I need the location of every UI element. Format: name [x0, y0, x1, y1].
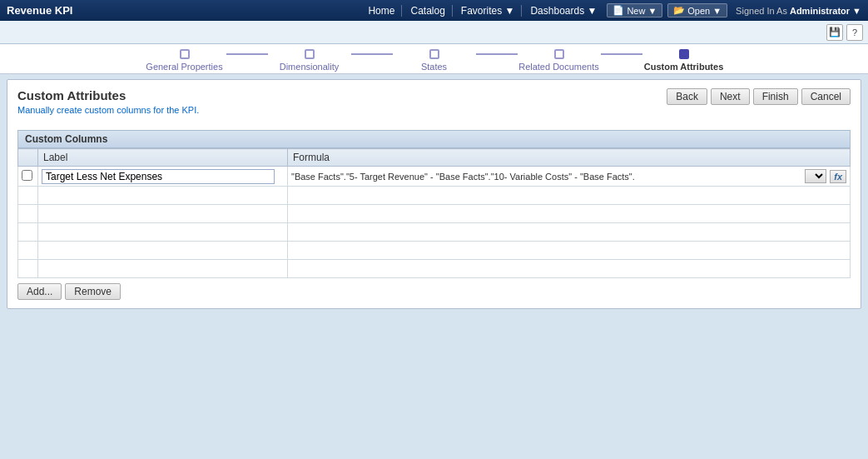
new-icon: 📄 [613, 5, 624, 16]
empty-row-5 [18, 260, 851, 278]
step-line-4 [601, 53, 642, 55]
step-dot-custom [679, 49, 689, 59]
new-dropdown-icon: ▼ [647, 6, 657, 16]
cancel-button[interactable]: Cancel [801, 88, 851, 105]
step-label-states: States [421, 62, 447, 72]
empty-row-4 [18, 242, 851, 260]
nav-dashboards[interactable]: Dashboards ▼ [523, 5, 603, 17]
formula-cell-container: "Base Facts"."5- Target Revenue" - "Base… [291, 169, 846, 183]
dashboards-dropdown-icon: ▼ [588, 5, 598, 17]
empty-row-2 [18, 205, 851, 223]
action-buttons: Back Next Finish Cancel [667, 88, 851, 105]
new-button[interactable]: 📄 New ▼ [607, 3, 662, 17]
wizard-step-dimensionality[interactable]: Dimensionality [268, 49, 351, 72]
nav-links: Home Catalog Favorites ▼ Dashboards ▼ 📄 … [361, 3, 861, 17]
subtitle-suffix: create custom columns for the KPI. [57, 105, 199, 115]
add-button[interactable]: Add... [17, 283, 62, 300]
open-dropdown-icon: ▼ [712, 6, 722, 16]
step-label-custom: Custom Attributes [644, 62, 724, 72]
header-row: Custom Attributes Manually create custom… [17, 88, 851, 123]
empty-row-1 [18, 187, 851, 205]
page-title: Custom Attributes [17, 88, 199, 102]
icon-strip: 💾 ? [0, 21, 868, 44]
col-header-formula: Formula [288, 149, 851, 167]
remove-button[interactable]: Remove [65, 283, 121, 300]
step-line-1 [226, 53, 268, 55]
row-label-cell [38, 167, 288, 187]
open-icon: 📂 [673, 5, 685, 16]
row-checkbox[interactable] [22, 170, 32, 181]
username[interactable]: Administrator ▼ [790, 6, 861, 16]
col-header-label: Label [38, 149, 288, 167]
topbar: Revenue KPI Home Catalog Favorites ▼ Das… [0, 0, 868, 21]
subtitle-prefix: Manually [17, 105, 54, 115]
app-title: Revenue KPI [7, 4, 72, 17]
favorites-dropdown-icon: ▼ [505, 5, 515, 17]
nav-catalog[interactable]: Catalog [404, 5, 452, 17]
step-dot-related [554, 49, 564, 59]
formula-edit-button[interactable]: fx [830, 170, 846, 183]
next-button[interactable]: Next [711, 88, 750, 105]
wizard-step-custom-attributes[interactable]: Custom Attributes [642, 49, 726, 72]
custom-columns-table: Label Formula "Base Facts"."5- Target Re… [17, 148, 851, 278]
open-button[interactable]: 📂 Open ▼ [667, 3, 727, 17]
step-line-3 [476, 53, 518, 55]
step-label-related: Related Documents [518, 62, 599, 72]
step-line-2 [351, 53, 393, 55]
table-row: "Base Facts"."5- Target Revenue" - "Base… [18, 167, 851, 187]
wizard-step-states[interactable]: States [393, 49, 476, 72]
step-label-general: General Properties [146, 62, 222, 72]
empty-row-3 [18, 223, 851, 242]
step-dot-general [180, 49, 190, 59]
save-icon[interactable]: 💾 [826, 24, 843, 41]
bottom-buttons: Add... Remove [17, 283, 851, 300]
step-label-dim: Dimensionality [280, 62, 340, 72]
row-check-cell [18, 167, 38, 187]
title-block: Custom Attributes Manually create custom… [17, 88, 199, 123]
nav-favorites[interactable]: Favorites ▼ [454, 5, 523, 17]
main-content: Custom Attributes Manually create custom… [7, 79, 861, 309]
wizard-step-related-documents[interactable]: Related Documents [518, 49, 601, 72]
wizard-steps: General Properties Dimensionality States… [0, 44, 868, 74]
wizard-step-general-properties[interactable]: General Properties [143, 49, 226, 72]
help-icon[interactable]: ? [846, 24, 863, 41]
nav-home[interactable]: Home [361, 5, 402, 17]
row-formula-cell: "Base Facts"."5- Target Revenue" - "Base… [288, 167, 851, 187]
back-button[interactable]: Back [667, 88, 707, 105]
step-dot-states [429, 49, 439, 59]
formula-text: "Base Facts"."5- Target Revenue" - "Base… [291, 172, 801, 182]
label-input[interactable] [42, 169, 275, 184]
section-title: Custom Columns [17, 130, 851, 148]
signed-in-label: Signed In As Administrator ▼ [736, 6, 861, 16]
col-header-check [18, 149, 38, 167]
step-dot-dim [305, 49, 315, 59]
subtitle: Manually create custom columns for the K… [17, 105, 199, 115]
finish-button[interactable]: Finish [753, 88, 798, 105]
formula-dropdown[interactable] [805, 169, 826, 183]
